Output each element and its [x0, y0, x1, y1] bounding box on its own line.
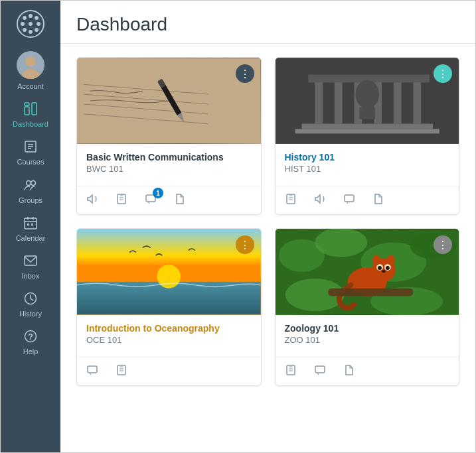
sidebar-item-label-dashboard: Dashboard	[13, 120, 48, 129]
dots-icon: ⋮	[437, 68, 448, 80]
avatar	[17, 51, 44, 79]
svg-point-21	[31, 180, 36, 185]
svg-point-83	[386, 255, 394, 265]
sidebar-item-inbox[interactable]: Inbox	[1, 248, 60, 286]
card-menu-bwc[interactable]: ⋮	[236, 64, 254, 83]
course-card-zoo: ⋮ Zoology 101 ZOO 101	[275, 228, 460, 386]
svg-point-11	[25, 56, 36, 67]
app-container: Account Dashboard	[0, 0, 476, 453]
svg-point-70	[315, 229, 367, 257]
files-btn-zoo[interactable]	[341, 361, 358, 379]
course-card-oce: ⋮ Introduction to Oceanography OCE 101	[76, 228, 262, 386]
files-btn-hist[interactable]	[370, 190, 387, 208]
course-title-hist: History 101	[285, 152, 450, 162]
card-body-oce: Introduction to Oceanography OCE 101	[77, 315, 261, 354]
card-menu-hist[interactable]: ⋮	[434, 64, 452, 83]
help-icon: ?	[23, 329, 38, 346]
calendar-icon	[23, 216, 38, 232]
assignments-btn-bwc[interactable]	[113, 190, 130, 208]
svg-point-79	[378, 266, 382, 270]
svg-rect-22	[25, 218, 37, 229]
dashboard-icon	[23, 101, 38, 118]
card-actions-bwc: 1	[77, 186, 261, 214]
svg-rect-27	[31, 224, 33, 226]
dots-icon: ⋮	[240, 68, 250, 80]
sidebar-item-groups[interactable]: Groups	[1, 172, 60, 210]
svg-point-3	[29, 30, 33, 34]
svg-rect-15	[25, 103, 29, 105]
dots-icon: ⋮	[240, 239, 250, 251]
page-header: Dashboard	[60, 1, 475, 44]
announce-btn-hist[interactable]	[311, 190, 329, 208]
sidebar-item-label-groups: Groups	[19, 196, 42, 205]
card-body-bwc: Basic Written Communications BWC 101	[77, 144, 261, 183]
sidebar-item-label-inbox: Inbox	[22, 272, 40, 281]
svg-point-81	[381, 270, 385, 273]
dots-icon: ⋮	[437, 239, 448, 251]
course-title-zoo: Zoology 101	[285, 323, 450, 334]
svg-rect-64	[88, 366, 97, 373]
sidebar: Account Dashboard	[1, 1, 60, 452]
svg-point-5	[37, 22, 40, 26]
groups-icon	[23, 178, 38, 194]
svg-point-82	[372, 255, 380, 265]
sidebar-item-help[interactable]: ? Help	[1, 324, 60, 361]
discussions-btn-oce[interactable]	[84, 361, 101, 379]
course-card-hist: ⋮ History 101 HIST 101	[275, 57, 460, 215]
card-body-zoo: Zoology 101 ZOO 101	[276, 315, 459, 354]
svg-rect-84	[328, 289, 413, 296]
card-body-hist: History 101 HIST 101	[276, 144, 459, 183]
svg-rect-88	[315, 366, 325, 373]
sidebar-item-dashboard[interactable]: Dashboard	[1, 96, 60, 134]
discussions-btn-bwc[interactable]: 1	[142, 190, 159, 208]
announce-btn-bwc[interactable]	[84, 190, 101, 208]
notification-badge-bwc: 1	[153, 188, 163, 198]
card-menu-zoo[interactable]: ⋮	[434, 235, 452, 254]
sidebar-item-label-courses: Courses	[17, 158, 44, 166]
svg-rect-28	[25, 256, 37, 265]
sidebar-item-label-history: History	[19, 310, 42, 318]
course-code-oce: OCE 101	[86, 335, 252, 345]
svg-point-2	[29, 14, 33, 18]
svg-point-7	[35, 28, 39, 32]
discussions-btn-zoo[interactable]	[311, 361, 329, 379]
svg-point-20	[27, 180, 31, 185]
svg-point-4	[21, 22, 25, 26]
course-title-oce: Introduction to Oceanography	[86, 323, 252, 334]
sidebar-item-label-help: Help	[23, 348, 39, 356]
files-btn-bwc[interactable]	[171, 190, 189, 208]
assignments-btn-zoo[interactable]	[282, 361, 299, 379]
course-code-zoo: ZOO 101	[285, 335, 450, 345]
courses-icon	[23, 139, 38, 156]
canvas-logo[interactable]	[14, 7, 47, 40]
discussions-btn-hist[interactable]	[341, 190, 358, 208]
assignments-btn-hist[interactable]	[282, 190, 299, 208]
card-image-oce: ⋮	[77, 229, 261, 315]
sidebar-item-calendar[interactable]: Calendar	[1, 210, 60, 248]
svg-rect-26	[27, 224, 29, 226]
svg-rect-56	[276, 58, 459, 143]
sidebar-item-history[interactable]: History	[1, 286, 60, 324]
svg-point-8	[35, 16, 39, 20]
sidebar-item-label-calendar: Calendar	[16, 234, 46, 243]
card-actions-oce	[77, 357, 261, 385]
svg-point-1	[29, 22, 33, 26]
page-title: Dashboard	[76, 14, 459, 35]
card-actions-hist	[276, 186, 459, 214]
course-code-hist: HIST 101	[285, 164, 450, 174]
course-card-bwc: ⋮ Basic Written Communications BWC 101	[76, 57, 262, 215]
svg-point-80	[385, 266, 389, 270]
sidebar-item-account[interactable]: Account	[1, 46, 60, 96]
course-code-bwc: BWC 101	[86, 164, 252, 174]
svg-point-9	[23, 28, 27, 32]
sidebar-item-courses[interactable]: Courses	[1, 134, 60, 172]
history-icon	[23, 291, 38, 308]
svg-rect-60	[345, 195, 354, 202]
svg-point-6	[23, 16, 27, 20]
assignments-btn-oce[interactable]	[113, 361, 130, 379]
sidebar-item-label-account: Account	[17, 82, 44, 91]
card-image-hist: ⋮	[276, 58, 459, 144]
card-image-bwc: ⋮	[77, 58, 261, 144]
card-menu-oce[interactable]: ⋮	[236, 235, 254, 254]
svg-rect-14	[32, 103, 37, 115]
